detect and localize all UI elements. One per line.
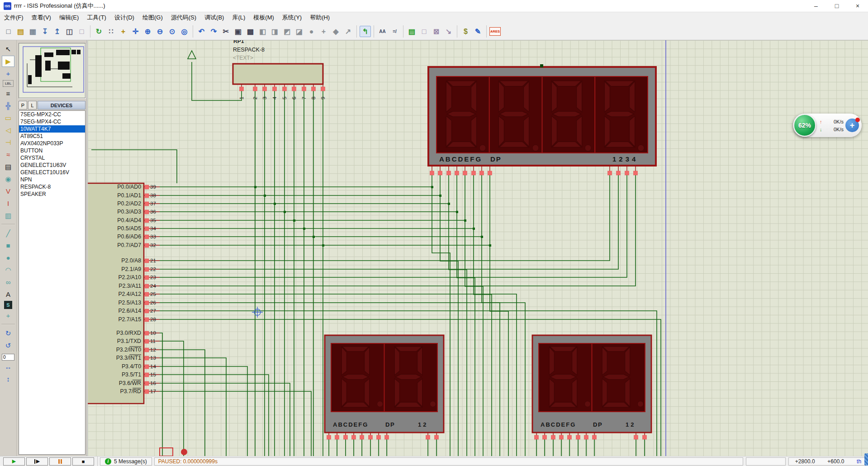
2d-path-mode-icon[interactable]: ∞ bbox=[2, 276, 14, 288]
rotate-anticlockwise-icon[interactable]: ↺ bbox=[2, 340, 14, 351]
copy-icon[interactable]: ▣ bbox=[232, 26, 244, 37]
block-copy-icon[interactable]: ◧ bbox=[257, 26, 268, 37]
mark-output-area-icon[interactable]: □ bbox=[76, 26, 87, 37]
new-file-icon[interactable]: □ bbox=[3, 26, 14, 37]
block-delete-icon[interactable]: ◪ bbox=[294, 26, 305, 37]
component-respack8[interactable]: RP1 RESPACK-8 <TEXT> 1 2 3 4 5 6 7 8 9 bbox=[233, 40, 326, 100]
mirror-horizontal-icon[interactable]: ↔ bbox=[2, 361, 14, 372]
wire-label-mode-icon[interactable]: LBL bbox=[3, 80, 14, 87]
close-button[interactable]: × bbox=[847, 0, 868, 12]
speed-ball[interactable]: 62% bbox=[793, 114, 816, 137]
electrical-rule-check-icon[interactable]: ✎ bbox=[472, 26, 484, 37]
pause-button[interactable] bbox=[49, 457, 71, 466]
junction-dot-mode-icon[interactable]: + bbox=[2, 68, 14, 79]
make-device-icon[interactable]: + bbox=[318, 26, 329, 37]
minimize-button[interactable]: – bbox=[806, 0, 826, 12]
goto-sheet-icon[interactable]: ↘ bbox=[443, 26, 454, 37]
schematic-overview[interactable] bbox=[19, 43, 85, 98]
pan-icon[interactable]: ✛ bbox=[130, 26, 141, 37]
device-list-item[interactable]: GENELECT1U63V bbox=[19, 162, 85, 169]
menu-item-edit[interactable]: 编辑(E) bbox=[55, 14, 83, 22]
device-list-item[interactable]: CRYSTAL bbox=[19, 154, 85, 162]
pick-parts-icon[interactable]: ● bbox=[306, 26, 317, 37]
graph-mode-icon[interactable]: ≈ bbox=[2, 149, 14, 160]
component-mcu-at89c51[interactable]: P0.0/AD0 P0.1/AD1 P0.2/AD2 P0.3/AD3 P0.4… bbox=[88, 183, 160, 404]
device-list-item-selected[interactable]: 10WATT4K7 bbox=[19, 125, 85, 133]
export-section-icon[interactable]: ↥ bbox=[52, 26, 63, 37]
remove-sheet-icon[interactable]: ⊠ bbox=[431, 26, 442, 37]
new-sheet-icon[interactable]: □ bbox=[418, 26, 430, 37]
step-button[interactable]: ▶ bbox=[26, 457, 48, 466]
virtual-instruments-mode-icon[interactable]: ▥ bbox=[2, 210, 14, 221]
text-script-mode-icon[interactable]: ≡ bbox=[2, 88, 14, 99]
device-list-item[interactable]: AT89C51 bbox=[19, 133, 85, 140]
menu-item-design[interactable]: 设计(D) bbox=[110, 14, 138, 22]
device-list-item[interactable]: RESPACK-8 bbox=[19, 183, 85, 190]
packaging-tool-icon[interactable]: ◆ bbox=[330, 26, 342, 37]
zoom-in-icon[interactable]: ⊕ bbox=[142, 26, 153, 37]
plus-button[interactable]: + bbox=[845, 119, 859, 132]
current-probe-mode-icon[interactable]: I bbox=[2, 198, 14, 209]
menu-item-source[interactable]: 源代码(S) bbox=[167, 14, 200, 22]
component-7seg-2digit-right[interactable]: ABCDEFG DP 12 bbox=[532, 335, 651, 433]
buses-mode-icon[interactable]: ╬ bbox=[2, 100, 14, 111]
cut-icon[interactable]: ✂ bbox=[220, 26, 232, 37]
2d-arc-mode-icon[interactable]: ◠ bbox=[2, 264, 14, 276]
pick-devices-button[interactable]: P bbox=[19, 101, 27, 109]
voltage-probe-mode-icon[interactable]: V bbox=[2, 185, 14, 197]
device-list-item[interactable]: 7SEG-MPX4-CC bbox=[19, 118, 85, 125]
menu-item-debug[interactable]: 调试(B) bbox=[200, 14, 228, 22]
redo-icon[interactable]: ↷ bbox=[208, 26, 219, 37]
print-icon[interactable]: ◫ bbox=[64, 26, 75, 37]
import-section-icon[interactable]: ↧ bbox=[39, 26, 51, 37]
message-counter[interactable]: i 5 Message(s) bbox=[100, 457, 152, 466]
menu-item-tools[interactable]: 工具(T) bbox=[83, 14, 110, 22]
menu-item-view[interactable]: 查看(V) bbox=[28, 14, 55, 22]
component-mode-icon[interactable]: ▶ bbox=[2, 56, 14, 67]
grid-toggle-icon[interactable]: ∷ bbox=[105, 26, 117, 37]
bill-of-materials-icon[interactable]: $ bbox=[460, 26, 471, 37]
device-pins-mode-icon[interactable]: ⊣ bbox=[2, 137, 14, 148]
zoom-out-icon[interactable]: ⊖ bbox=[154, 26, 166, 37]
device-list-item[interactable]: SPEAKER bbox=[19, 190, 85, 198]
schematic-canvas[interactable]: RP1 RESPACK-8 <TEXT> 1 2 3 4 5 6 7 8 9 bbox=[88, 40, 868, 456]
undo-icon[interactable]: ↶ bbox=[196, 26, 207, 37]
generator-mode-icon[interactable]: ◉ bbox=[2, 173, 14, 185]
netlist-to-ares-icon[interactable]: ARES bbox=[489, 27, 501, 36]
false-origin-icon[interactable]: + bbox=[118, 26, 129, 37]
2d-marker-mode-icon[interactable]: + bbox=[2, 310, 14, 321]
block-move-icon[interactable]: ◨ bbox=[269, 26, 280, 37]
zoom-area-icon[interactable]: ◎ bbox=[179, 26, 190, 37]
terminals-mode-icon[interactable]: ◁ bbox=[2, 124, 14, 136]
property-assignment-icon[interactable]: =/ bbox=[389, 26, 400, 37]
respack-body[interactable] bbox=[233, 64, 323, 84]
speed-widget[interactable]: 62% ↑0K/s ↓0K/s + bbox=[793, 114, 862, 137]
component-7seg-2digit-left[interactable]: ABCDEFG DP 12 bbox=[325, 335, 444, 433]
menu-item-template[interactable]: 模板(M) bbox=[249, 14, 278, 22]
decompose-icon[interactable]: ↗ bbox=[342, 26, 354, 37]
rotation-angle-input[interactable] bbox=[2, 354, 14, 361]
2d-box-mode-icon[interactable]: ■ bbox=[2, 240, 14, 251]
zoom-all-icon[interactable]: ⊙ bbox=[166, 26, 178, 37]
play-button[interactable]: ▶ bbox=[3, 457, 25, 466]
selection-mode-icon[interactable]: ↖ bbox=[2, 43, 14, 55]
menu-item-graph[interactable]: 绘图(G) bbox=[138, 14, 167, 22]
2d-circle-mode-icon[interactable]: ● bbox=[2, 252, 14, 263]
device-list-item[interactable]: BUTTON bbox=[19, 147, 85, 154]
mirror-vertical-icon[interactable]: ↕ bbox=[2, 373, 14, 385]
library-manager-button[interactable]: L bbox=[28, 101, 37, 109]
device-list-item[interactable]: GENELECT10U16V bbox=[19, 169, 85, 176]
wire-autorouter-icon[interactable]: ↰ bbox=[360, 26, 371, 37]
menu-item-help[interactable]: 帮助(H) bbox=[306, 14, 334, 22]
2d-symbol-mode-icon[interactable]: S bbox=[4, 301, 12, 309]
tape-recorder-mode-icon[interactable]: ▤ bbox=[2, 161, 14, 172]
maximize-button[interactable]: □ bbox=[826, 0, 847, 12]
block-rotate-icon[interactable]: ◩ bbox=[281, 26, 293, 37]
search-tag-icon[interactable]: AA bbox=[377, 26, 388, 37]
stop-button[interactable]: ■ bbox=[72, 457, 94, 466]
taskbar-edge-widget[interactable] bbox=[864, 453, 868, 466]
subcircuit-mode-icon[interactable]: ▭ bbox=[2, 112, 14, 124]
component-7seg-4digit[interactable]: ABCDEFG DP 1234 bbox=[428, 64, 656, 175]
paste-icon[interactable]: ▩ bbox=[245, 26, 256, 37]
clipped-component-button[interactable] bbox=[160, 448, 187, 456]
